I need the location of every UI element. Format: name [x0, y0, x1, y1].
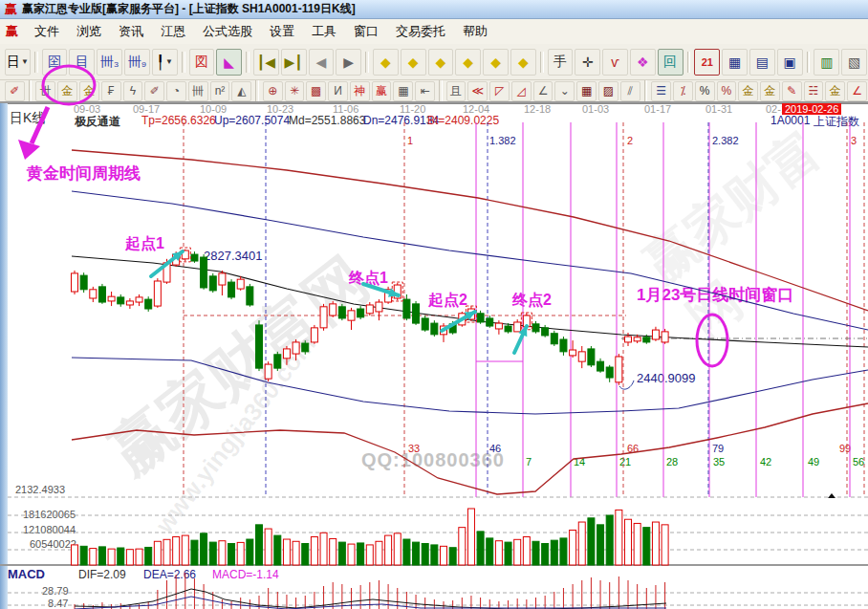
span-tool-button[interactable]: ⇤	[415, 81, 435, 101]
dark-grid2-button[interactable]: ▨	[598, 81, 618, 101]
funnel-brush-button[interactable]: ✎	[782, 81, 802, 101]
kline-period-label: 日K线	[10, 110, 45, 127]
diamond-left-button[interactable]: ◆	[373, 49, 399, 76]
vcheck-tool-button[interactable]: ѵ	[602, 49, 628, 76]
gann-week-35: 35	[713, 456, 725, 468]
gann5-button[interactable]: ϟ	[123, 81, 143, 101]
gann-target-button[interactable]: ⊕	[263, 81, 283, 101]
percent-eq-button[interactable]: %	[717, 81, 737, 101]
golden-circle-button[interactable]: 金	[738, 81, 758, 101]
window-left-border	[0, 103, 8, 609]
color-analysis-button[interactable]: ◣	[216, 49, 242, 76]
angle-golden-button[interactable]: ∠	[847, 81, 867, 101]
menu-item-窗口[interactable]: 窗口	[345, 23, 387, 40]
brain-tool-button[interactable]: 回	[658, 49, 684, 76]
next-bar-button[interactable]: ▶	[336, 49, 361, 76]
gann-count-66: 66	[627, 443, 639, 454]
channel-md-value: Md=2551.8863	[289, 114, 365, 127]
dark-grid-button[interactable]: ▦	[576, 81, 597, 101]
last-bar-button[interactable]: ▶┃	[281, 49, 307, 76]
golden-eq-button[interactable]: 金	[760, 81, 780, 101]
calculator-button[interactable]: ▦	[722, 49, 748, 76]
macd-label[interactable]: MACD	[8, 567, 45, 581]
angle-lines-button[interactable]: ∠	[533, 81, 553, 101]
date-tick-12-18: 12-18	[524, 103, 551, 115]
n-square-button[interactable]: n²	[210, 81, 230, 101]
bars3-button[interactable]: 卌₃	[97, 49, 122, 76]
gann-ratio-2.382: 2.382	[712, 135, 739, 146]
golden-section2-button[interactable]: 金	[79, 81, 99, 101]
menu-item-江恩[interactable]: 江恩	[152, 23, 194, 40]
wave-a-button[interactable]: ☵	[804, 81, 824, 101]
fibonacci-f-button[interactable]: ₣	[101, 81, 121, 101]
menu-item-帮助[interactable]: 帮助	[454, 23, 496, 40]
menu-item-公式选股[interactable]: 公式选股	[194, 23, 261, 40]
gann-ratio-1: 1	[407, 135, 413, 146]
zone-select-button[interactable]: 囶	[42, 49, 68, 76]
menu-item-文件[interactable]: 文件	[26, 23, 68, 40]
toolbar-separator	[439, 80, 443, 101]
info-view-button[interactable]: 目	[69, 49, 95, 76]
kchart-button[interactable]: 図	[189, 49, 215, 76]
prev-bar-button[interactable]: ◀	[309, 49, 335, 76]
gann-circle-button[interactable]: ◔	[166, 81, 186, 101]
brush-tool-button[interactable]: ✐	[5, 81, 25, 101]
parallel-lines-button[interactable]: ⫽	[620, 81, 640, 101]
disk-export-button[interactable]: ▥	[814, 49, 839, 76]
shen-grid-button[interactable]: 神	[350, 81, 370, 101]
menu-item-工具[interactable]: 工具	[303, 23, 345, 40]
box-fan2-button[interactable]: ◿	[511, 81, 532, 101]
angle-tool-button[interactable]: ◭	[231, 81, 251, 101]
ladder-tool-button[interactable]: ☰	[651, 81, 671, 101]
gann-grid-button[interactable]: 丗	[35, 81, 55, 101]
ying-grid-button[interactable]: 赢	[372, 81, 392, 101]
hand-tool-button[interactable]: 手	[548, 49, 574, 76]
gann-ratio-2: 2	[627, 135, 633, 146]
toolbar-separator	[540, 52, 544, 73]
macd-dif-value: DIF=2.09	[78, 568, 126, 581]
menu-item-交易委托[interactable]: 交易委托	[387, 23, 454, 40]
golden-bold-button[interactable]: 金	[825, 81, 845, 101]
stock-code-label: 1A0001	[770, 114, 810, 127]
diamond-cross-button[interactable]: ◆	[510, 49, 536, 76]
diamond-expand-button[interactable]: ◆	[483, 49, 509, 76]
menu-item-浏览[interactable]: 浏览	[68, 23, 110, 40]
menu-items: 文件浏览资讯江恩公式选股设置工具窗口交易委托帮助	[26, 23, 496, 40]
percent-button[interactable]: %	[695, 81, 715, 101]
save-floppy-button[interactable]: ▣	[777, 49, 803, 76]
diamond-hspan-button[interactable]: ◆	[428, 49, 454, 76]
app-icon-small: 赢	[6, 23, 18, 40]
window-titlebar[interactable]: 赢 赢家江恩专业版[赢家服务平台] - [上证指数 SH1A0001-119日K…	[0, 0, 868, 19]
pillar-tool-button[interactable]: 且	[446, 81, 467, 101]
menu-item-资讯[interactable]: 资讯	[110, 23, 152, 40]
fan-red-button[interactable]: ≪	[467, 81, 488, 101]
annotation-time-window: 1月23号日线时间窗口	[637, 284, 793, 306]
box-fan-button[interactable]: ◸	[489, 81, 510, 101]
macd-tick-2: 8.47	[48, 598, 68, 609]
brush2-button[interactable]: ✐	[144, 81, 164, 101]
first-bar-button[interactable]: ┃◀	[253, 49, 279, 76]
notebook-button[interactable]: ▤	[749, 49, 775, 76]
channel-bt-value: Bt=2409.0225	[427, 114, 499, 127]
diamond-right-button[interactable]: ◆	[401, 49, 426, 76]
kline-period-button[interactable]: 日▼	[5, 49, 31, 76]
gann-wave-button[interactable]: И	[328, 81, 348, 101]
thin-candle-button[interactable]: ╿▼	[152, 49, 178, 76]
calendar-21-button[interactable]: 21	[694, 49, 720, 76]
golden-section-button[interactable]: 金	[57, 81, 77, 101]
grid-123-button[interactable]: ▦	[393, 81, 413, 101]
v-lines-button[interactable]: ⌄	[554, 81, 575, 101]
stock-name-label: 上证指数	[814, 114, 859, 130]
percent-line-button[interactable]: ⁒	[673, 81, 693, 101]
diamond-compress-button[interactable]: ◆	[455, 49, 481, 76]
gann-star-button[interactable]: ✳	[285, 81, 305, 101]
bars9-button[interactable]: 卌₉	[124, 49, 150, 76]
crosshair-tool-button[interactable]: ✛	[575, 49, 600, 76]
gann-web-button[interactable]: ▩	[306, 81, 326, 101]
flower-tool-button[interactable]: ❖	[630, 49, 656, 76]
menu-item-设置[interactable]: 设置	[261, 23, 303, 40]
channel-up-value: Up=2607.5074	[214, 114, 290, 127]
computer-button[interactable]: ▧	[841, 49, 867, 76]
annotation-low-price: 2440.9099	[637, 371, 695, 385]
gann-lines-button[interactable]: 卌	[188, 81, 208, 101]
